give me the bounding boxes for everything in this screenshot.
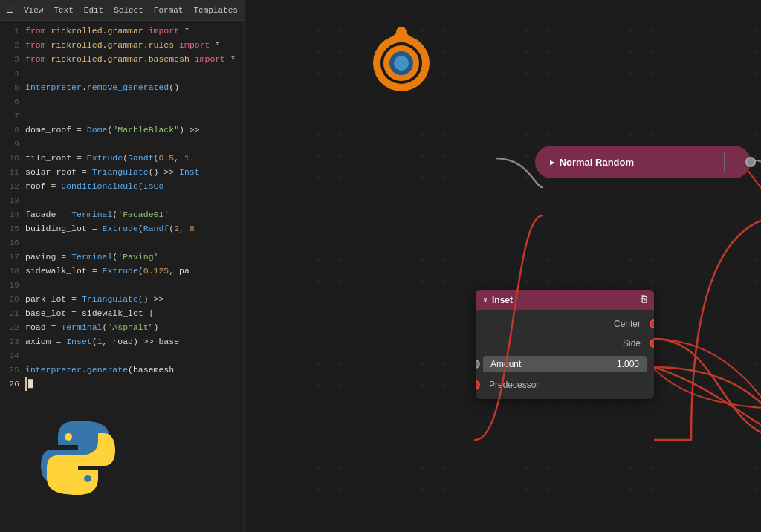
inset-side-socket-out[interactable] — [650, 339, 654, 348]
inset-amount-value: 1.000 — [617, 359, 639, 369]
inset-center-socket-out[interactable] — [650, 319, 654, 328]
inset-title: Inset — [492, 295, 513, 305]
inset-amount-row: Amount 1.000 — [476, 353, 654, 375]
svg-point-6 — [394, 56, 409, 71]
inset-side-label: Side — [623, 338, 641, 348]
inset-amount-socket-in[interactable] — [476, 360, 480, 369]
menu-icon[interactable]: ☰ — [6, 5, 13, 15]
inset-amount-label: Amount — [490, 359, 521, 369]
connection-lines — [245, 0, 761, 532]
inset-collapse-icon[interactable]: ∨ — [483, 296, 488, 305]
menu-edit[interactable]: Edit — [84, 6, 103, 15]
menu-view[interactable]: View — [24, 6, 43, 15]
inset-body: Center Side Amount 1.000 Predecessor — [476, 310, 654, 399]
inset-pred-label: Predecessor — [489, 380, 539, 390]
connections-overlay — [245, 0, 761, 532]
node-inset-header[interactable]: ∨ Inset ⎘ — [476, 290, 654, 310]
nr-output-socket[interactable] — [745, 157, 756, 167]
menu-bar[interactable]: ☰ View Text Edit Select Format Templates — [0, 0, 244, 21]
menu-select[interactable]: Select — [114, 6, 143, 15]
inset-amount-field[interactable]: Amount 1.000 — [483, 356, 647, 372]
node-editor: ▶ Normal Random ∨ Extrude ⎘ Center: Buil… — [245, 0, 761, 532]
blender-logo — [364, 22, 438, 97]
inset-pred-row: Predecessor — [476, 375, 654, 395]
inset-center-row: Center — [476, 314, 654, 334]
svg-point-1 — [84, 475, 91, 482]
code-panel: ☰ View Text Edit Select Format Templates… — [0, 0, 245, 532]
menu-text[interactable]: Text — [54, 6, 73, 15]
node-normal-random[interactable]: ▶ Normal Random — [535, 146, 751, 178]
inset-center-label: Center — [614, 319, 641, 329]
code-editor[interactable]: 1from rickrolled.grammar import * 2from … — [0, 21, 244, 394]
inset-pred-socket-in[interactable] — [476, 380, 480, 389]
menu-format[interactable]: Format — [154, 6, 184, 15]
python-logo — [37, 417, 119, 502]
node-inset: ∨ Inset ⎘ Center Side Amount 1.000 — [476, 290, 654, 399]
nr-expand-icon: ▶ — [550, 158, 555, 167]
nr-divider — [724, 152, 725, 172]
nr-label: Normal Random — [560, 157, 634, 168]
menu-templates[interactable]: Templates — [193, 6, 237, 15]
inset-side-row: Side — [476, 334, 654, 353]
svg-point-0 — [65, 433, 72, 441]
inset-copy-icon[interactable]: ⎘ — [641, 294, 647, 305]
